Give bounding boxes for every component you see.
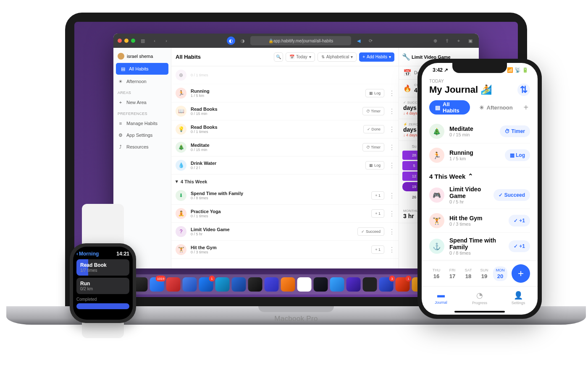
reader-icon[interactable]: ◀	[354, 36, 363, 45]
day-cell[interactable]: FRI 17	[445, 268, 459, 279]
more-icon[interactable]: ⋮	[388, 107, 394, 115]
sidebar-new-area[interactable]: + New Area	[113, 96, 171, 108]
dock-app-icon[interactable]: 1	[199, 277, 213, 292]
tabbar-journal[interactable]: ▬ Journal	[422, 287, 460, 309]
habit-action-button[interactable]: ✓ Done	[363, 125, 384, 133]
habit-action-button[interactable]: ⏱ Timer	[362, 107, 384, 115]
tab-all-habits[interactable]: ▤ All Habits	[429, 100, 470, 115]
habit-row[interactable]: 💧 Drink Water 0 / 2 l ▦ Log ⋮	[171, 156, 399, 175]
phone-section-this-week[interactable]: 4 This Week ⌃	[429, 167, 530, 182]
share-icon[interactable]: ⇪	[443, 36, 451, 45]
habit-row[interactable]: ⬇ Spend Time with Family 0 / 8 times + 1…	[171, 187, 399, 205]
habit-action-button[interactable]: + 1	[371, 209, 384, 218]
phone-habit-row[interactable]: 🏃 Running 1 / 5 km ▦ Log	[429, 143, 530, 167]
day-cell[interactable]: MON 20	[493, 266, 507, 281]
maximize-dot-icon[interactable]	[131, 39, 135, 43]
habit-action-button[interactable]: + 1	[371, 245, 384, 254]
close-dot-icon[interactable]	[118, 39, 122, 43]
more-icon[interactable]: ⋮	[388, 210, 394, 218]
watch-habit-item[interactable]: Run 0/2 km	[76, 278, 129, 294]
sort-filter[interactable]: ⇅ Alphabetical ▾	[318, 52, 357, 62]
phone-habit-row[interactable]: 🏋 Hit the Gym 0 / 3 times ✓ +1	[429, 209, 530, 233]
watch-habit-item[interactable]: Read Book 1/7 times	[76, 259, 129, 276]
phone-habit-row[interactable]: 🎮 Limit Video Game 0 / 5 hr ✓ Succeed	[429, 182, 530, 209]
download-icon[interactable]: ⊕	[431, 36, 439, 45]
traffic-lights[interactable]	[118, 39, 135, 43]
dock-app-icon[interactable]	[183, 277, 197, 292]
date-filter[interactable]: 📅 Today ▾	[286, 52, 315, 62]
day-cell[interactable]: THU 16	[429, 268, 444, 279]
habit-action-button[interactable]: ✓ Succeed	[494, 189, 530, 201]
habit-row[interactable]: 🏋 Hit the Gym 0 / 3 times + 1 ⋮	[171, 241, 399, 259]
tabbar-settings[interactable]: 👤 Settings	[499, 287, 538, 309]
more-icon[interactable]: ⋮	[388, 162, 394, 169]
minimize-dot-icon[interactable]	[124, 39, 129, 43]
dock-app-icon[interactable]	[166, 277, 181, 292]
habit-row[interactable]: 🎄 Meditate 0 / 15 min ⏱ Timer ⋮	[171, 138, 399, 156]
habit-row[interactable]: 💡 Read Books 0 / 1 times ✓ Done ⋮	[171, 120, 399, 138]
more-icon[interactable]: ⋮	[388, 143, 394, 151]
habit-action-button[interactable]: + 1	[371, 191, 384, 200]
habit-action-button[interactable]: ▦ Log	[365, 161, 384, 169]
more-icon[interactable]: ⋮	[388, 228, 394, 236]
sidebar-manage-habits[interactable]: ≡ Manage Habits	[113, 117, 171, 129]
more-icon[interactable]: ⋮	[388, 89, 394, 97]
add-tab-button[interactable]: +	[522, 103, 530, 112]
habit-action-button[interactable]: ✓ Succeed	[357, 227, 384, 236]
watch-back-button[interactable]: ‹ Morning	[76, 251, 99, 257]
dock-app-icon[interactable]	[248, 277, 262, 292]
add-habit-fab[interactable]: +	[512, 264, 530, 283]
sidebar-app-settings[interactable]: ⚙ App Settings	[113, 129, 171, 141]
tabs-icon[interactable]: ▣	[466, 36, 475, 45]
sidebar-item-afternoon[interactable]: ☀ Afternoon	[113, 76, 171, 87]
phone-habit-row[interactable]: ⚓ Spend Time with Family 0 / 8 times ✓ +…	[429, 233, 530, 260]
reload-icon[interactable]: ⟳	[366, 36, 375, 45]
sidebar-resources[interactable]: ⤴ Resources	[113, 141, 171, 153]
home-indicator[interactable]	[422, 309, 538, 315]
tab-afternoon[interactable]: ☀ Afternoon	[473, 100, 519, 115]
dock-app-icon[interactable]	[281, 277, 295, 292]
day-cell[interactable]: SAT 18	[461, 268, 475, 279]
phone-habit-row[interactable]: 🎄 Meditate 0 / 15 min ⏱ Timer	[429, 120, 530, 143]
dock-app-icon[interactable]	[363, 277, 377, 292]
habit-action-button[interactable]: ✓ +1	[509, 240, 530, 252]
dock-app-icon[interactable]	[232, 277, 246, 292]
section-this-week[interactable]: ▾4 This Week	[171, 175, 399, 187]
watch-progress-bar[interactable]	[76, 303, 129, 309]
more-icon[interactable]: ⋮	[388, 192, 394, 200]
dock-app-icon[interactable]	[346, 277, 361, 292]
tabbar-progress[interactable]: ◔ Progress	[460, 287, 499, 309]
search-button[interactable]: 🔍	[274, 52, 283, 62]
dock-app-icon[interactable]	[330, 277, 344, 292]
forward-icon[interactable]: ›	[162, 36, 171, 45]
habit-row[interactable]: 📖 Read Books 0 / 15 min ⏱ Timer ⋮	[171, 102, 399, 120]
dock-app-icon[interactable]	[297, 277, 312, 292]
habit-action-button[interactable]: ▦ Log	[505, 149, 530, 161]
add-habits-button[interactable]: + Add Habits ▾	[359, 52, 394, 62]
shield-icon[interactable]: ◐	[227, 36, 235, 45]
url-bar[interactable]: 🔒 app.habitify.me/journal/all-habits	[250, 36, 351, 45]
dock-app-icon[interactable]	[314, 277, 328, 292]
sidebar-item-all-habits[interactable]: ▤ All Habits	[116, 63, 168, 75]
dock-app-icon[interactable]: 3	[379, 277, 394, 292]
more-icon[interactable]: ⋮	[388, 246, 394, 254]
back-icon[interactable]: ‹	[150, 36, 159, 45]
more-icon[interactable]: ⋮	[388, 125, 394, 133]
sidebar-user[interactable]: israel shema	[113, 50, 171, 62]
appearance-icon[interactable]: ◑	[239, 36, 247, 45]
day-cell[interactable]: SUN 19	[477, 268, 491, 279]
sort-button[interactable]: ⇅	[517, 83, 530, 96]
new-tab-icon[interactable]: +	[454, 36, 463, 45]
dock-app-icon[interactable]	[215, 277, 230, 292]
habit-action-button[interactable]: ⏱ Timer	[362, 143, 384, 151]
habit-action-button[interactable]: ✓ +1	[509, 215, 530, 227]
wrench-icon[interactable]: 🔧	[403, 54, 409, 60]
dock-app-icon[interactable]: 1019	[150, 277, 164, 292]
habit-action-button[interactable]: ⏱ Timer	[500, 125, 530, 137]
sidebar-toggle-icon[interactable]: ▥	[139, 36, 147, 45]
dock-app-icon[interactable]	[265, 277, 279, 292]
habit-row[interactable]: ? Limit Video Game 0 / 5 hr ✓ Succeed ⋮	[171, 223, 399, 241]
habit-action-button[interactable]: ▦ Log	[365, 89, 384, 97]
dock-app-icon[interactable]: 1	[396, 277, 410, 292]
habit-row[interactable]: 🧘 Practice Yoga 0 / 1 times + 1 ⋮	[171, 205, 399, 223]
